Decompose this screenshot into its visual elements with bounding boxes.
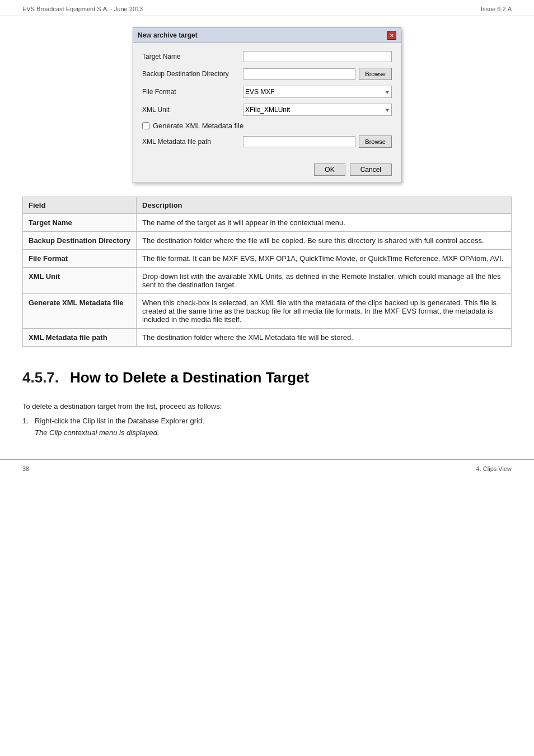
backup-dest-browse-button[interactable]: Browse: [359, 68, 392, 80]
new-archive-dialog: New archive target × Target Name Backup …: [133, 27, 401, 183]
xml-metadata-row: XML Metadata file path Browse: [142, 136, 392, 148]
steps-container: 1.Right-click the Clip list in the Datab…: [22, 417, 512, 437]
target-name-input[interactable]: [243, 51, 392, 62]
page-footer: 38 4. Clips View: [0, 459, 534, 478]
file-format-select[interactable]: EVS MXF MXF OP1A QuickTime Movie QuickTi…: [243, 86, 392, 98]
xml-unit-label: XML Unit: [142, 106, 243, 114]
table-cell-description: The name of the target as it will appear…: [137, 214, 512, 232]
table-row: Target NameThe name of the target as it …: [23, 214, 512, 232]
xml-unit-row: XML Unit XFile_XMLUnit ▼: [142, 104, 392, 116]
table-cell-description: The file format. It can be MXF EVS, MXF …: [137, 250, 512, 268]
file-format-row: File Format EVS MXF MXF OP1A QuickTime M…: [142, 86, 392, 98]
dialog-close-button[interactable]: ×: [387, 31, 396, 40]
table-row: Backup Destination DirectoryThe destinat…: [23, 232, 512, 250]
section-number: 4.5.7.: [22, 369, 59, 386]
table-cell-field: Generate XML Metadata file: [23, 294, 137, 329]
table-cell-field: Target Name: [23, 214, 137, 232]
section-heading-row: 4.5.7. How to Delete a Destination Targe…: [22, 363, 512, 393]
table-cell-description: When this check-box is selected, an XML …: [137, 294, 512, 329]
table-cell-field: File Format: [23, 250, 137, 268]
footer-left: 38: [22, 465, 29, 472]
table-row: File FormatThe file format. It can be MX…: [23, 250, 512, 268]
generate-xml-row: Generate XML Metadata file: [142, 122, 392, 130]
table-cell-description: The destination folder where the file wi…: [137, 232, 512, 250]
section-title: How to Delete a Destination Target: [70, 369, 309, 386]
dialog-body: Target Name Backup Destination Directory…: [133, 43, 401, 159]
table-cell-description: The destination folder where the XML Met…: [137, 329, 512, 347]
table-cell-field: XML Unit: [23, 268, 137, 294]
generate-xml-label: Generate XML Metadata file: [153, 122, 243, 130]
table-row: XML Metadata file pathThe destination fo…: [23, 329, 512, 347]
header-left: EVS Broadcast Equipment S.A. - June 2013: [22, 6, 143, 12]
step-text: Right-click the Clip list in the Databas…: [35, 417, 204, 425]
cancel-button[interactable]: Cancel: [350, 164, 392, 176]
target-name-label: Target Name: [142, 53, 243, 60]
xml-metadata-browse-button[interactable]: Browse: [359, 136, 392, 148]
main-content: New archive target × Target Name Backup …: [0, 27, 534, 437]
backup-dest-input[interactable]: [243, 68, 355, 80]
dialog-title-bar: New archive target ×: [133, 28, 401, 43]
xml-unit-select-wrapper: XFile_XMLUnit ▼: [243, 104, 392, 116]
step-number: 1.: [22, 417, 35, 425]
step-item: 1.Right-click the Clip list in the Datab…: [22, 417, 512, 425]
file-format-select-wrapper: EVS MXF MXF OP1A QuickTime Movie QuickTi…: [243, 86, 392, 98]
ok-button[interactable]: OK: [314, 164, 345, 176]
header-right: Issue 6.2.A: [481, 6, 512, 12]
generate-xml-checkbox[interactable]: [142, 122, 149, 129]
backup-dest-row: Backup Destination Directory Browse: [142, 68, 392, 80]
table-cell-field: XML Metadata file path: [23, 329, 137, 347]
section-intro: To delete a destination target from the …: [22, 401, 512, 412]
step-sub-text: The Clip contextual menu is displayed.: [35, 428, 512, 437]
dialog-footer: OK Cancel: [133, 159, 401, 183]
footer-right: 4. Clips View: [476, 465, 512, 472]
table-cell-description: Drop-down list with the available XML Un…: [137, 268, 512, 294]
col-field-header: Field: [23, 197, 137, 214]
page-header: EVS Broadcast Equipment S.A. - June 2013…: [0, 0, 534, 16]
xml-unit-select[interactable]: XFile_XMLUnit: [243, 104, 392, 116]
col-desc-header: Description: [137, 197, 512, 214]
file-format-label: File Format: [142, 88, 243, 96]
table-cell-field: Backup Destination Directory: [23, 232, 137, 250]
table-row: Generate XML Metadata fileWhen this chec…: [23, 294, 512, 329]
target-name-row: Target Name: [142, 51, 392, 62]
description-table: Field Description Target NameThe name of…: [22, 197, 512, 347]
backup-dest-label: Backup Destination Directory: [142, 70, 243, 78]
xml-metadata-label: XML Metadata file path: [142, 138, 243, 146]
xml-metadata-input[interactable]: [243, 136, 355, 147]
table-row: XML UnitDrop-down list with the availabl…: [23, 268, 512, 294]
dialog-title: New archive target: [138, 31, 198, 39]
